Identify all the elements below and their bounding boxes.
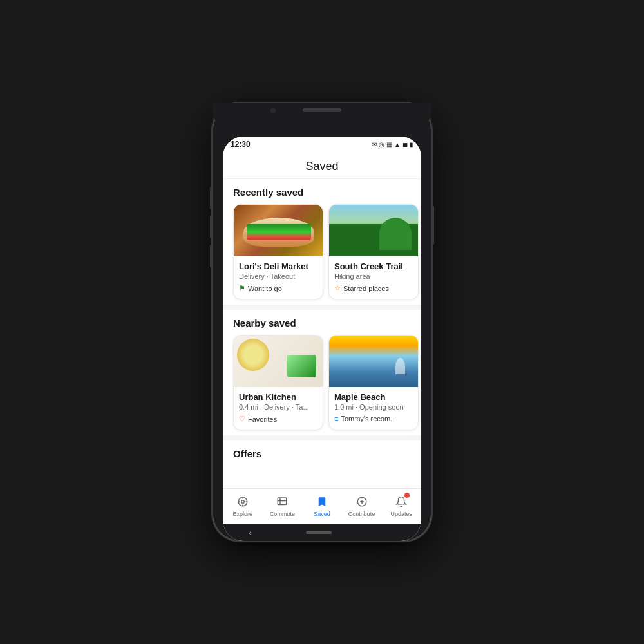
recently-saved-cards: Lori's Deli Market Delivery · Takeout ⚑ … [233, 204, 411, 299]
home-pill[interactable] [306, 531, 332, 534]
south-creek-tag: ☆ Starred places [334, 284, 413, 292]
want-to-go-icon: ⚑ [239, 284, 245, 292]
maple-beach-body: Maple Beach 1.0 mi · Opening soon ≡ Tomm… [329, 387, 418, 429]
nav-explore[interactable]: Explore [223, 489, 263, 524]
recently-saved-section: Recently saved Lori's Deli Market Delive… [223, 179, 421, 305]
phone-frame: 12:30 ✉ ◎ ▦ ▲ ◼ ▮ Saved Recently saved [213, 103, 431, 541]
commute-icon [276, 496, 288, 509]
section-divider-2 [223, 435, 421, 440]
maple-beach-tag: ≡ Tommy's recom... [334, 415, 413, 422]
phone-screen: 12:30 ✉ ◎ ▦ ▲ ◼ ▮ Saved Recently saved [223, 137, 421, 541]
south-creek-name: South Creek Trail [334, 261, 413, 271]
bottom-nav: Explore Commute [223, 488, 421, 524]
offers-section: Offers [223, 440, 421, 462]
battery-icon: ▮ [410, 141, 413, 148]
south-creek-body: South Creek Trail Hiking area ☆ Starred … [329, 256, 418, 299]
urban-kitchen-subtitle: 0.4 mi · Delivery · Ta... [239, 403, 317, 411]
south-creek-tag-text: Starred places [343, 285, 389, 292]
saved-icon [316, 496, 328, 509]
urban-kitchen-name: Urban Kitchen [239, 392, 317, 402]
loris-deli-subtitle: Delivery · Takeout [239, 272, 317, 280]
phone-bottom-bar: ‹ [223, 524, 421, 541]
nav-saved[interactable]: Saved [302, 489, 342, 524]
app-title: Saved [305, 160, 338, 173]
updates-badge [404, 493, 410, 498]
svg-point-0 [242, 500, 245, 504]
loris-deli-name: Lori's Deli Market [239, 261, 317, 271]
updates-label: Updates [390, 511, 412, 517]
contribute-icon [356, 496, 368, 509]
contribute-label: Contribute [348, 511, 375, 517]
urban-kitchen-tag-text: Favorites [248, 415, 277, 423]
updates-icon [395, 496, 407, 509]
nearby-saved-cards: Urban Kitchen 0.4 mi · Delivery · Ta... … [233, 335, 411, 430]
status-time: 12:30 [231, 140, 251, 149]
commute-label: Commute [270, 511, 295, 517]
favorites-icon: ♡ [239, 415, 245, 423]
saved-label: Saved [314, 511, 330, 517]
location-icon: ◎ [379, 141, 384, 148]
app-header: Saved [223, 152, 421, 179]
maple-beach-card[interactable]: Maple Beach 1.0 mi · Opening soon ≡ Tomm… [328, 335, 419, 430]
starred-places-icon: ☆ [334, 284, 341, 292]
mail-icon: ✉ [372, 141, 377, 148]
maple-beach-tag-text: Tommy's recom... [341, 415, 396, 422]
speaker-grille [303, 108, 341, 112]
list-icon: ≡ [334, 415, 338, 422]
phone-top-bar [213, 103, 431, 120]
south-creek-card[interactable]: South Creek Trail Hiking area ☆ Starred … [328, 204, 419, 299]
maple-beach-name: Maple Beach [334, 392, 413, 402]
maple-beach-subtitle: 1.0 mi · Opening soon [334, 403, 413, 411]
nav-commute[interactable]: Commute [263, 489, 303, 524]
south-creek-subtitle: Hiking area [334, 272, 413, 280]
wifi-icon: ▲ [394, 141, 401, 148]
urban-kitchen-card[interactable]: Urban Kitchen 0.4 mi · Delivery · Ta... … [233, 335, 323, 430]
nav-updates[interactable]: Updates [381, 489, 421, 524]
app-content: Saved Recently saved Lori's Deli Market … [223, 152, 421, 488]
maple-beach-image [329, 336, 418, 387]
loris-deli-image [234, 205, 323, 256]
loris-deli-tag-text: Want to go [248, 285, 282, 292]
urban-kitchen-tag: ♡ Favorites [239, 415, 317, 423]
offers-title: Offers [233, 448, 411, 459]
nav-contribute[interactable]: Contribute [342, 489, 382, 524]
vibrate-icon: ▦ [386, 141, 392, 148]
signal-icon: ◼ [402, 141, 408, 148]
loris-deli-body: Lori's Deli Market Delivery · Takeout ⚑ … [234, 256, 323, 299]
back-button[interactable]: ‹ [249, 527, 252, 538]
nearby-saved-section: Nearby saved Urban Kitchen 0.4 mi · Deli… [223, 310, 421, 435]
front-camera [270, 108, 276, 113]
explore-icon [237, 496, 249, 509]
nearby-saved-title: Nearby saved [233, 317, 411, 328]
explore-label: Explore [233, 511, 253, 517]
urban-kitchen-image [234, 336, 323, 387]
south-creek-image [329, 205, 418, 256]
loris-deli-card[interactable]: Lori's Deli Market Delivery · Takeout ⚑ … [233, 204, 323, 299]
loris-deli-tag: ⚑ Want to go [239, 284, 317, 292]
status-bar: 12:30 ✉ ◎ ▦ ▲ ◼ ▮ [223, 137, 421, 152]
urban-kitchen-body: Urban Kitchen 0.4 mi · Delivery · Ta... … [234, 387, 323, 430]
status-icons: ✉ ◎ ▦ ▲ ◼ ▮ [372, 141, 413, 148]
section-divider-1 [223, 305, 421, 310]
recently-saved-title: Recently saved [233, 187, 411, 198]
